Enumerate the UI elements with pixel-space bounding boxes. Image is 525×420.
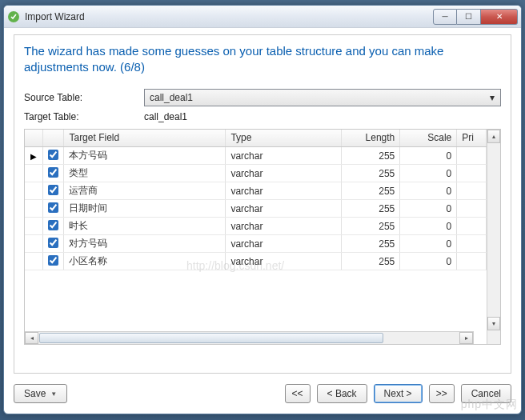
cell-scale[interactable]: 0 — [400, 218, 457, 235]
include-checkbox[interactable] — [48, 220, 58, 230]
window-controls: ─ ☐ ✕ — [433, 9, 518, 25]
grid-header-row: Target Field Type Length Scale Pri — [25, 130, 487, 147]
hscroll-thumb[interactable] — [39, 333, 383, 343]
cell-primary[interactable] — [457, 218, 487, 235]
target-table-value: call_deal1 — [144, 111, 187, 122]
source-table-value: call_deal1 — [150, 92, 193, 103]
table-row[interactable]: 日期时间varchar2550 — [25, 200, 487, 218]
field-grid: Target Field Type Length Scale Pri ▶本方号码… — [24, 129, 501, 345]
include-checkbox[interactable] — [48, 202, 58, 213]
chevron-down-icon: ▾ — [485, 90, 499, 105]
next-button[interactable]: Next > — [374, 384, 423, 403]
cell-scale[interactable]: 0 — [400, 200, 457, 218]
cell-field[interactable]: 时长 — [64, 218, 226, 235]
col-primary[interactable]: Pri — [457, 130, 487, 147]
cell-primary[interactable] — [457, 182, 487, 200]
cell-scale[interactable]: 0 — [400, 147, 457, 165]
cell-type[interactable]: varchar — [226, 200, 341, 218]
cell-length[interactable]: 255 — [341, 147, 399, 165]
maximize-button[interactable]: ☐ — [457, 9, 481, 25]
table-row[interactable]: 运营商varchar2550 — [25, 182, 487, 200]
include-checkbox[interactable] — [48, 150, 58, 160]
cell-primary[interactable] — [457, 147, 487, 165]
content-panel: The wizard has made some guesses on your… — [14, 34, 511, 374]
cell-scale[interactable]: 0 — [400, 253, 457, 270]
col-scale[interactable]: Scale — [400, 130, 457, 147]
table-row[interactable]: 时长varchar2550 — [25, 218, 487, 235]
table-row[interactable]: 类型varchar2550 — [25, 165, 487, 182]
cell-scale[interactable]: 0 — [400, 182, 457, 200]
back-button[interactable]: < Back — [317, 384, 367, 403]
close-button[interactable]: ✕ — [481, 9, 518, 25]
cell-length[interactable]: 255 — [341, 200, 399, 218]
cell-type[interactable]: varchar — [226, 147, 341, 165]
scroll-left-button[interactable]: ◂ — [25, 332, 38, 344]
col-type[interactable]: Type — [226, 130, 341, 147]
include-checkbox[interactable] — [48, 255, 58, 266]
app-icon — [7, 10, 20, 23]
source-table-row: Source Table: call_deal1 ▾ — [24, 89, 501, 106]
target-label: Target Table: — [24, 111, 144, 122]
cell-length[interactable]: 255 — [341, 165, 399, 182]
cell-primary[interactable] — [457, 253, 487, 270]
col-target-field[interactable]: Target Field — [64, 130, 226, 147]
cell-length[interactable]: 255 — [341, 218, 399, 235]
cell-field[interactable]: 类型 — [64, 165, 226, 182]
include-checkbox[interactable] — [48, 238, 58, 248]
scroll-down-button[interactable]: ▾ — [487, 317, 500, 330]
row-indicator: ▶ — [25, 147, 42, 165]
cell-scale[interactable]: 0 — [400, 165, 457, 182]
grid-vscrollbar[interactable]: ▴ ▾ — [487, 130, 500, 344]
cell-primary[interactable] — [457, 165, 487, 182]
grid-table: Target Field Type Length Scale Pri ▶本方号码… — [25, 130, 487, 271]
window: Import Wizard ─ ☐ ✕ The wizard has made … — [3, 5, 522, 414]
row-checkbox-cell — [42, 218, 64, 235]
include-checkbox[interactable] — [48, 167, 58, 178]
titlebar[interactable]: Import Wizard ─ ☐ ✕ — [4, 6, 521, 28]
minimize-button[interactable]: ─ — [433, 9, 457, 25]
cell-length[interactable]: 255 — [341, 253, 399, 270]
row-checkbox-cell — [42, 235, 64, 253]
row-checkbox-cell — [42, 165, 64, 182]
cell-type[interactable]: varchar — [226, 165, 341, 182]
row-checkbox-cell — [42, 147, 64, 165]
include-checkbox[interactable] — [48, 185, 58, 195]
scroll-up-button[interactable]: ▴ — [487, 130, 500, 143]
save-label: Save — [24, 388, 46, 399]
footer: Save ▼ << < Back Next > >> Cancel — [14, 382, 511, 406]
cell-type[interactable]: varchar — [226, 235, 341, 253]
col-checkbox — [42, 130, 64, 147]
cell-primary[interactable] — [457, 200, 487, 218]
cell-scale[interactable]: 0 — [400, 235, 457, 253]
watermark-bottom: php中文网 — [461, 398, 518, 412]
save-button[interactable]: Save ▼ — [14, 384, 67, 403]
col-length[interactable]: Length — [341, 130, 399, 147]
cell-length[interactable]: 255 — [341, 182, 399, 200]
cell-field[interactable]: 对方号码 — [64, 235, 226, 253]
wizard-heading: The wizard has made some guesses on your… — [24, 43, 501, 76]
cell-field[interactable]: 本方号码 — [64, 147, 226, 165]
cell-type[interactable]: varchar — [226, 218, 341, 235]
row-checkbox-cell — [42, 182, 64, 200]
grid-hscrollbar[interactable]: ◂ ▸ — [25, 331, 474, 344]
scroll-right-button[interactable]: ▸ — [459, 332, 473, 344]
row-checkbox-cell — [42, 253, 64, 270]
window-title: Import Wizard — [25, 11, 433, 22]
cell-field[interactable]: 运营商 — [64, 182, 226, 200]
row-indicator — [25, 253, 42, 270]
table-row[interactable]: 小区名称varchar2550 — [25, 253, 487, 270]
row-indicator — [25, 218, 42, 235]
source-table-dropdown[interactable]: call_deal1 ▾ — [144, 89, 501, 106]
cell-primary[interactable] — [457, 235, 487, 253]
caret-down-icon: ▼ — [50, 390, 57, 398]
cell-field[interactable]: 小区名称 — [64, 253, 226, 270]
first-button[interactable]: << — [285, 384, 311, 403]
last-button[interactable]: >> — [429, 384, 455, 403]
cell-type[interactable]: varchar — [226, 182, 341, 200]
table-row[interactable]: 对方号码varchar2550 — [25, 235, 487, 253]
cell-field[interactable]: 日期时间 — [64, 200, 226, 218]
cell-type[interactable]: varchar — [226, 253, 341, 270]
row-checkbox-cell — [42, 200, 64, 218]
cell-length[interactable]: 255 — [341, 235, 399, 253]
table-row[interactable]: ▶本方号码varchar2550 — [25, 147, 487, 165]
